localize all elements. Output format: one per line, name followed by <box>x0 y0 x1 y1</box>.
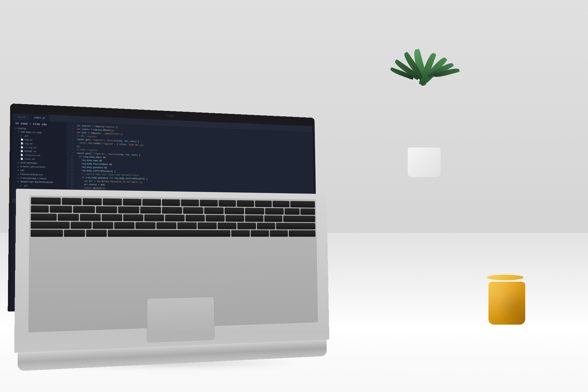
sidebar-item-100days-label: 100-days-of-code <box>21 131 42 134</box>
sidebar-item-git1-label: .git <box>23 135 28 137</box>
sidebar-item-readme1-label: README.md <box>24 150 36 153</box>
plant-foliage <box>398 49 453 150</box>
plant <box>392 49 484 202</box>
sidebar-item-atom-label: atom-packages <box>20 162 37 164</box>
sidebar-item-rules-label: rules.md <box>24 158 35 160</box>
sidebar-item-c01-label: c01 <box>20 169 24 172</box>
sidebar-item-log-label: log.md <box>24 142 32 145</box>
sidebar-item-jsauth-label: JavaScript-Authentication <box>20 181 53 183</box>
sidebar-item-git2-label: .git <box>23 184 28 187</box>
sidebar-item-freecodecamp-label: freecodecamp_tribute <box>20 177 47 180</box>
table-reflection <box>0 331 588 392</box>
plant-pot <box>407 147 441 178</box>
sidebar-item-faq-label: FAQ.md <box>24 139 32 141</box>
tab-label: index.js <box>34 116 45 119</box>
sidebar-item-flashcards-label: FlashcardsExpress <box>20 173 43 176</box>
tab-index-js[interactable]: index.js <box>30 114 49 121</box>
sidebar-item-coding-label: Coding <box>18 127 26 130</box>
tab-log-md[interactable]: log.md <box>13 113 30 120</box>
laptop-keyboard <box>14 189 329 353</box>
yellow-cup <box>487 277 527 325</box>
sidebar-item-r1log-label: r1-log.md <box>24 146 36 149</box>
sidebar-item-resources-label: resources.md <box>24 154 40 157</box>
tab-label: log.md <box>17 115 25 119</box>
sidebar-item-browser-label: browser_persistence <box>20 165 45 168</box>
